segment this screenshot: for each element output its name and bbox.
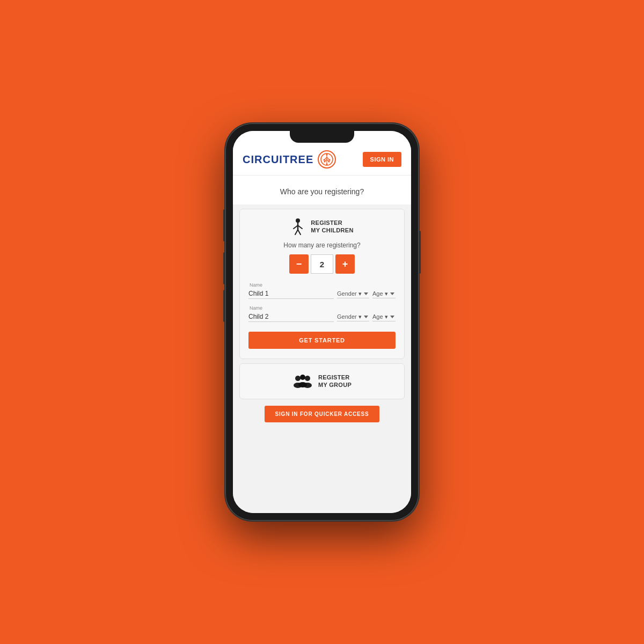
- svg-point-9: [326, 154, 328, 156]
- logo-text: CIRCUITREE: [243, 153, 313, 166]
- children-card-header: REGISTER MY CHILDREN: [248, 218, 396, 235]
- svg-point-26: [298, 382, 307, 387]
- svg-point-21: [295, 376, 301, 381]
- phone-notch: [290, 131, 354, 143]
- svg-point-12: [324, 161, 326, 163]
- counter-row: − 2 +: [248, 254, 396, 274]
- child-1-age-select[interactable]: Age ▾ 1234 5678: [372, 289, 396, 298]
- svg-line-19: [295, 230, 298, 235]
- get-started-button[interactable]: GET STARTED: [248, 332, 396, 349]
- child-2-age-select[interactable]: Age ▾ 1234 5678: [372, 312, 396, 321]
- child-2-name-input[interactable]: [248, 312, 334, 322]
- child-1-name-label: Name: [248, 282, 396, 288]
- svg-point-14: [326, 164, 328, 165]
- child-2-gender-select[interactable]: Gender ▾ Male Female: [337, 312, 369, 321]
- svg-point-25: [300, 375, 305, 380]
- logo-icon: [318, 150, 336, 169]
- app-content: Who are you registering?: [233, 175, 411, 513]
- register-group-card[interactable]: REGISTER MY GROUP: [239, 363, 405, 399]
- scene: CIRCUITREE: [0, 0, 644, 644]
- child-2-row: Name Gender ▾ Male Female Age ▾ 1234: [248, 305, 396, 322]
- svg-point-23: [305, 376, 310, 381]
- group-card-title: REGISTER MY GROUP: [318, 374, 352, 389]
- quicker-access-button[interactable]: SIGN IN FOR QUICKER ACCESS: [265, 406, 380, 422]
- child-icon: [290, 218, 305, 235]
- bottom-spacer: [233, 429, 411, 440]
- register-children-card: REGISTER MY CHILDREN How many are regist…: [239, 209, 405, 359]
- children-card-title: REGISTER MY CHILDREN: [311, 219, 354, 235]
- group-icon: [292, 374, 313, 389]
- svg-point-13: [328, 161, 330, 163]
- svg-point-10: [324, 159, 325, 161]
- svg-line-20: [298, 230, 301, 235]
- svg-point-11: [329, 159, 331, 161]
- logo-area: CIRCUITREE: [243, 150, 336, 169]
- child-2-name-label: Name: [248, 305, 396, 311]
- quicker-access-area: SIGN IN FOR QUICKER ACCESS: [233, 406, 411, 422]
- page-question: Who are you registering?: [233, 175, 411, 204]
- sign-in-button[interactable]: SIGN IN: [363, 152, 401, 167]
- child-1-name-input[interactable]: [248, 289, 334, 299]
- child-1-gender-select[interactable]: Gender ▾ Male Female: [337, 289, 369, 298]
- decrement-button[interactable]: −: [289, 254, 309, 274]
- counter-value: 2: [311, 254, 333, 274]
- how-many-label: How many are registering?: [248, 241, 396, 249]
- child-1-row: Name Gender ▾ Male Female Age ▾ 1234: [248, 282, 396, 299]
- phone-screen: CIRCUITREE: [233, 131, 411, 513]
- phone-device: CIRCUITREE: [225, 123, 419, 521]
- child-1-fields: Gender ▾ Male Female Age ▾ 1234 5678: [248, 289, 396, 299]
- child-2-fields: Gender ▾ Male Female Age ▾ 1234 5678: [248, 312, 396, 322]
- increment-button[interactable]: +: [335, 254, 355, 274]
